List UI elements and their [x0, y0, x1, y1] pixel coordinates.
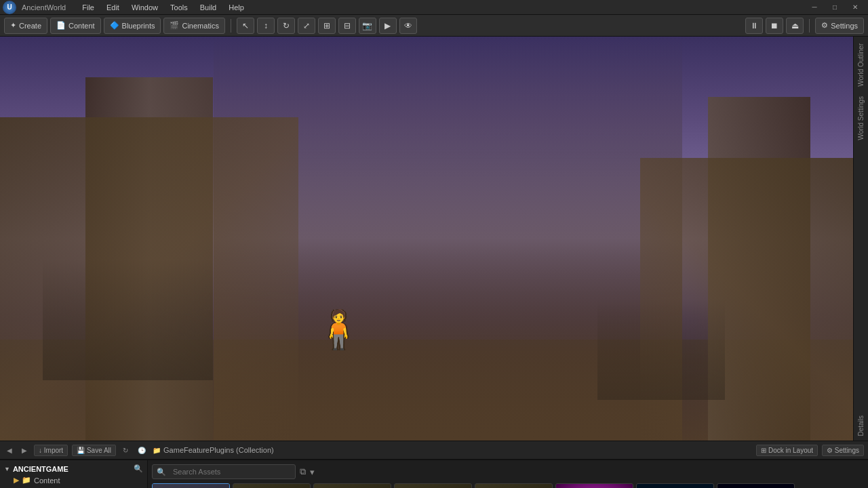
- asset-thumb-material3: [717, 484, 794, 488]
- asset-card-lightdart3[interactable]: 🧍 LightDart_Charge_Cancel ANIMATION SEQU…: [394, 483, 472, 488]
- search-icon: 🔍: [157, 468, 166, 476]
- minimize-button[interactable]: ─: [804, 0, 825, 15]
- vr-button[interactable]: 👁: [399, 18, 417, 34]
- create-icon: ✦: [10, 21, 16, 30]
- ancientgame-section[interactable]: ▼ ANCIENTGAME 🔍: [0, 463, 147, 474]
- pause-button[interactable]: ⏸: [745, 18, 763, 34]
- asset-card-material2[interactable]: M_ChargeRibbonMaterial_Inst1 MATERIAL IN…: [636, 483, 714, 488]
- asset-card-material1[interactable]: M_ChargeRibbonMaterial MATERIAL: [555, 483, 633, 488]
- import-button[interactable]: ↓ Import: [34, 445, 68, 456]
- viewport[interactable]: 🧍: [0, 37, 853, 441]
- nav-forward-button[interactable]: ▶: [19, 445, 30, 455]
- select-tool-button[interactable]: ↖: [237, 18, 254, 34]
- breadcrumb: 📁 GameFeaturePlugins (Collection): [153, 446, 274, 454]
- history-button[interactable]: 🕒: [135, 445, 149, 455]
- asset-thumb-lightdart2: 🤸: [314, 484, 391, 488]
- transform-button[interactable]: ⊞: [318, 18, 336, 34]
- ancientgame-title: ANCIENTGAME: [13, 465, 68, 473]
- details-tab[interactable]: Details: [856, 411, 866, 441]
- camera-button[interactable]: 📷: [359, 18, 376, 34]
- asset-card-lightdart4[interactable]: 🧎 LightDart_Charge_Cancel_Montage ANIMAT…: [475, 483, 553, 488]
- viewport-mountain-left: [43, 259, 214, 380]
- asset-thumb-material1: [556, 484, 633, 488]
- search-input[interactable]: [169, 466, 291, 477]
- app-title: AncientWorld: [22, 3, 66, 12]
- path-folder-icon: 📁: [153, 447, 161, 454]
- asset-grid-items: AncientBattle DATA ASSET 🏃 LightDart_Cha…: [152, 483, 864, 488]
- world-outliner-tab[interactable]: World Outliner: [856, 39, 866, 91]
- menu-help[interactable]: Help: [223, 2, 250, 13]
- bottom-panel: ▼ ANCIENTGAME 🔍 ▶ 📁 Content 📁 AncientBat…: [0, 460, 868, 488]
- viewport-background: 🧍: [0, 37, 853, 441]
- app-logo: U: [3, 1, 16, 14]
- asset-card-material3[interactable]: M_CoreRibbonMaterial MATERIAL: [717, 483, 795, 488]
- asset-thumb-material2: [637, 484, 713, 488]
- snap-button[interactable]: ⊟: [338, 18, 356, 34]
- path-text: GameFeaturePlugins (Collection): [163, 446, 274, 454]
- cinematics-button[interactable]: 🎬 Cinematics: [163, 18, 224, 34]
- asset-card-lightdart2[interactable]: 🤸 LightDart_Charge_1_5s_Loop ANIMATION S…: [313, 483, 391, 488]
- refresh-button[interactable]: ↻: [120, 445, 131, 455]
- toolbar: ✦ Create 📄 Content 🔷 Blueprints 🎬 Cinema…: [0, 15, 868, 37]
- save-icon: 💾: [77, 447, 85, 454]
- content-toolbar: ◀ ▶ ↓ Import 💾 Save All ↻ 🕒 📁 GameFeatur…: [0, 441, 868, 460]
- asset-thumb-lightdart4: 🧎: [475, 484, 552, 488]
- rotate-tool-button[interactable]: ↻: [277, 18, 295, 34]
- gear-icon: ⚙: [827, 447, 833, 454]
- translate-tool-button[interactable]: ↕: [257, 18, 275, 34]
- dock-in-layout-button[interactable]: ⊞ Dock in Layout: [756, 445, 818, 456]
- filter-options-button[interactable]: ▾: [310, 467, 315, 477]
- blueprints-icon: 🔷: [110, 21, 119, 30]
- content-icon: 📄: [56, 21, 66, 30]
- menu-build[interactable]: Build: [195, 2, 222, 13]
- search-box: 🔍: [152, 464, 296, 479]
- content-button[interactable]: 📄 Content: [50, 18, 101, 34]
- play-button[interactable]: ▶: [379, 18, 397, 34]
- content-folder-icon: 📁: [22, 476, 31, 485]
- viewport-mountain-right: [597, 299, 726, 400]
- asset-card-lightdart1[interactable]: 🏃 LightDart_Charge_1_5s ANIMATION SEQUEN…: [233, 483, 311, 488]
- folder-icon: ▶: [14, 476, 19, 485]
- content-settings-button[interactable]: ⚙ Settings: [822, 445, 864, 456]
- cinematics-icon: 🎬: [170, 21, 179, 30]
- menu-tools[interactable]: Tools: [165, 2, 193, 13]
- menu-items: File Edit Window Tools Build Help: [77, 2, 250, 13]
- asset-thumb-ancientbattle: [153, 484, 229, 488]
- settings-button[interactable]: ⚙ Settings: [815, 18, 864, 34]
- tree-item-content[interactable]: ▶ 📁 Content: [0, 474, 147, 486]
- blueprints-button[interactable]: 🔷 Blueprints: [104, 18, 161, 34]
- import-icon: ↓: [39, 447, 42, 454]
- sidebar-search-button[interactable]: 🔍: [134, 464, 143, 473]
- world-settings-tab[interactable]: World Settings: [856, 92, 866, 144]
- asset-grid: 🔍 ⧉ ▾ AncientBattle DATA ASSET 🏃: [148, 460, 868, 488]
- left-sidebar: ▼ ANCIENTGAME 🔍 ▶ 📁 Content 📁 AncientBat…: [0, 460, 148, 488]
- asset-search-bar: 🔍 ⧉ ▾: [152, 464, 864, 479]
- menu-bar: U AncientWorld File Edit Window Tools Bu…: [0, 0, 868, 15]
- stop-button[interactable]: ⏹: [766, 18, 783, 34]
- scale-tool-button[interactable]: ⤢: [298, 18, 315, 34]
- right-sidebar: World Outliner World Settings Details: [853, 37, 868, 441]
- ancientgame-chevron: ▼: [4, 466, 10, 472]
- toolbar-separator-2: [809, 19, 810, 33]
- asset-card-ancientbattle[interactable]: AncientBattle DATA ASSET: [152, 483, 230, 488]
- tree-item-label: Content: [34, 476, 60, 485]
- dock-icon: ⊞: [761, 447, 766, 454]
- toolbar-right: ⏸ ⏹ ⏏: [745, 18, 804, 34]
- create-button[interactable]: ✦ Create: [4, 18, 47, 34]
- asset-thumb-lightdart3: 🧍: [395, 484, 471, 488]
- viewport-character: 🧍: [315, 308, 362, 352]
- window-controls: ─ □ ✕: [804, 0, 865, 15]
- toolbar-separator-1: [231, 19, 231, 33]
- save-all-button[interactable]: 💾 Save All: [72, 445, 116, 456]
- menu-edit[interactable]: Edit: [101, 2, 125, 13]
- eject-button[interactable]: ⏏: [786, 18, 804, 34]
- menu-window[interactable]: Window: [126, 2, 163, 13]
- maximize-button[interactable]: □: [825, 0, 845, 15]
- close-button[interactable]: ✕: [845, 0, 865, 15]
- settings-icon: ⚙: [821, 21, 828, 30]
- menu-file[interactable]: File: [77, 2, 100, 13]
- nav-back-button[interactable]: ◀: [4, 445, 15, 455]
- main-area: 🧍 World Outliner World Settings Details: [0, 37, 868, 441]
- asset-thumb-lightdart1: 🏃: [233, 484, 310, 488]
- filter-source-button[interactable]: ⧉: [300, 466, 306, 477]
